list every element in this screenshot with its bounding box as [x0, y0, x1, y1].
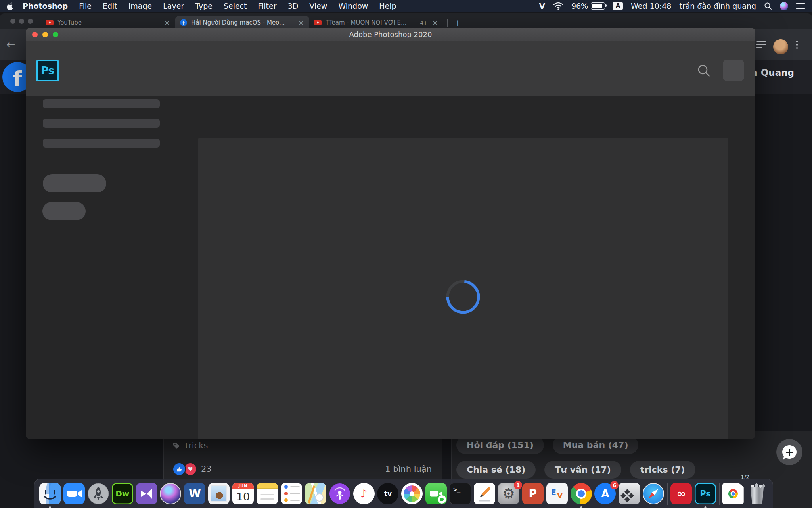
comment-count[interactable]: 1 bình luận	[385, 464, 432, 474]
calendar-icon: JUN10	[232, 483, 254, 504]
menu-item-window[interactable]: Window	[333, 2, 373, 10]
notes-icon	[257, 483, 278, 504]
apple-menu-icon[interactable]	[7, 2, 14, 10]
post-reactions-row: ♥ 23 1 bình luận	[172, 462, 432, 476]
menu-item-help[interactable]: Help	[373, 2, 402, 10]
messages-facetime-dock-icon[interactable]	[425, 483, 447, 504]
battery-indicator[interactable]: 96%	[571, 2, 605, 10]
search-icon[interactable]	[697, 64, 711, 78]
launchpad-dock-icon[interactable]	[88, 483, 109, 504]
close-tab-icon[interactable]: ×	[432, 19, 439, 27]
mail-dock-icon[interactable]	[208, 483, 230, 504]
browser-back-button[interactable]: ←	[6, 38, 15, 50]
tab-youtube[interactable]: YouTube ×	[41, 16, 175, 29]
topic-pill[interactable]: tricks (7)	[630, 461, 695, 479]
messages-facetime-icon	[425, 483, 447, 504]
siri-dock-icon[interactable]	[160, 483, 181, 504]
like-icon	[172, 462, 186, 476]
menu-bar-clock[interactable]: Wed 10:48	[631, 2, 671, 10]
menu-item-image[interactable]: Image	[123, 2, 158, 10]
input-source-icon[interactable]: A	[613, 2, 623, 10]
tab-facebook-active[interactable]: f Hải Người Dùng macOS - Mẹo... ×	[175, 16, 309, 29]
extension-icon[interactable]	[756, 41, 766, 48]
chrome-document-dock-icon[interactable]	[722, 483, 744, 504]
tab-suffix: 4+	[420, 20, 427, 26]
browser-zoom-button[interactable]	[28, 19, 33, 24]
browser-close-button[interactable]	[10, 19, 15, 24]
menu-item-type[interactable]: Type	[190, 2, 218, 10]
menu-item-edit[interactable]: Edit	[97, 2, 123, 10]
v-status-icon[interactable]: V	[539, 1, 545, 11]
creative-cloud-dock-icon[interactable]: ∞	[670, 483, 692, 504]
menu-item-file[interactable]: File	[73, 2, 97, 10]
photoshop-logo: Ps	[36, 60, 59, 81]
finder-dock-icon[interactable]	[39, 483, 61, 504]
tab-title: Hải Người Dùng macOS - Mẹo...	[191, 19, 294, 26]
siri-icon[interactable]	[780, 2, 788, 10]
new-tab-button[interactable]: +	[452, 18, 463, 28]
post-tag-row[interactable]: tricks	[172, 441, 208, 450]
photoshop-title-bar[interactable]: Adobe Photoshop 2020	[26, 28, 755, 41]
menu-item-3d[interactable]: 3D	[282, 2, 304, 10]
wifi-icon[interactable]	[553, 2, 563, 10]
close-window-button[interactable]	[32, 32, 38, 37]
chrome-icon	[571, 483, 592, 504]
zoom-camera-icon	[63, 483, 85, 504]
menu-app-name[interactable]: Photoshop	[17, 2, 73, 10]
spotlight-search-icon[interactable]	[764, 2, 772, 10]
reaction-count[interactable]: 23	[201, 464, 212, 474]
menu-item-view[interactable]: View	[304, 2, 333, 10]
word-dock-icon[interactable]: W	[184, 483, 205, 504]
topic-pill[interactable]: Chia sẻ (18)	[456, 461, 536, 479]
reminders-dock-icon[interactable]	[281, 483, 302, 504]
reaction-icons[interactable]: ♥	[172, 462, 197, 476]
zoom-window-button[interactable]	[53, 32, 58, 37]
music-dock-icon[interactable]: ♪	[353, 483, 375, 504]
terminal-dock-icon[interactable]: >_	[450, 483, 471, 504]
loading-spinner	[445, 279, 481, 315]
safari-dock-icon[interactable]	[643, 483, 664, 504]
close-tab-icon[interactable]: ×	[164, 19, 170, 27]
dock-separator	[667, 483, 668, 505]
trash-icon	[747, 483, 768, 504]
visual-studio-dock-icon[interactable]	[136, 483, 157, 504]
zoom-dock-icon[interactable]	[63, 483, 85, 504]
maps-dock-icon[interactable]	[305, 483, 326, 504]
pages-dock-icon[interactable]	[474, 483, 495, 504]
pages-icon	[474, 483, 495, 504]
system-preferences-dock-icon[interactable]: ⚙1	[498, 483, 519, 504]
topic-pill[interactable]: Tư vấn (17)	[544, 461, 621, 479]
ev-app-dock-icon[interactable]: EV	[546, 483, 568, 504]
browser-menu-icon[interactable]	[796, 41, 798, 49]
button-skeleton	[43, 174, 106, 192]
chrome-dock-icon[interactable]	[571, 483, 592, 504]
apple-tv-dock-icon[interactable]: tv	[377, 483, 398, 504]
tab-tteam[interactable]: TTeam - MUỐN NÓI VỚI E... 4+ ×	[309, 16, 443, 29]
podcasts-dock-icon[interactable]	[329, 483, 350, 504]
close-tab-icon[interactable]: ×	[298, 19, 304, 27]
menu-item-select[interactable]: Select	[218, 2, 253, 10]
notification-list-icon[interactable]	[796, 3, 805, 9]
minimize-window-button[interactable]	[42, 32, 48, 37]
trash-dock-icon[interactable]	[747, 483, 768, 504]
dock-separator	[719, 483, 720, 505]
app-store-dock-icon[interactable]: A6	[594, 483, 616, 504]
menu-item-filter[interactable]: Filter	[253, 2, 282, 10]
browser-profile-avatar[interactable]	[773, 39, 788, 54]
powerpoint-dock-icon[interactable]: P	[522, 483, 544, 504]
calendar-dock-icon[interactable]: JUN10	[232, 483, 254, 504]
menu-items: FileEditImageLayerTypeSelectFilter3DView…	[73, 2, 402, 10]
profile-placeholder[interactable]	[723, 60, 744, 81]
dreamweaver-dock-icon[interactable]: Dw	[112, 483, 133, 504]
menu-bar-user-name[interactable]: trần đào đình quang	[679, 2, 756, 10]
photoshop-window: Adobe Photoshop 2020 Ps	[26, 28, 755, 439]
photos-dock-icon[interactable]	[401, 483, 423, 504]
notes-dock-icon[interactable]	[257, 483, 278, 504]
browser-minimize-button[interactable]	[19, 19, 24, 24]
bootcamp-disk-dock-icon[interactable]	[619, 483, 640, 504]
macos-menu-bar: Photoshop FileEditImageLayerTypeSelectFi…	[0, 0, 812, 12]
menu-item-layer[interactable]: Layer	[157, 2, 190, 10]
create-post-fab[interactable]: +	[776, 439, 802, 465]
photoshop-dock-icon[interactable]: Ps	[695, 483, 716, 504]
window-title: Adobe Photoshop 2020	[349, 30, 432, 38]
